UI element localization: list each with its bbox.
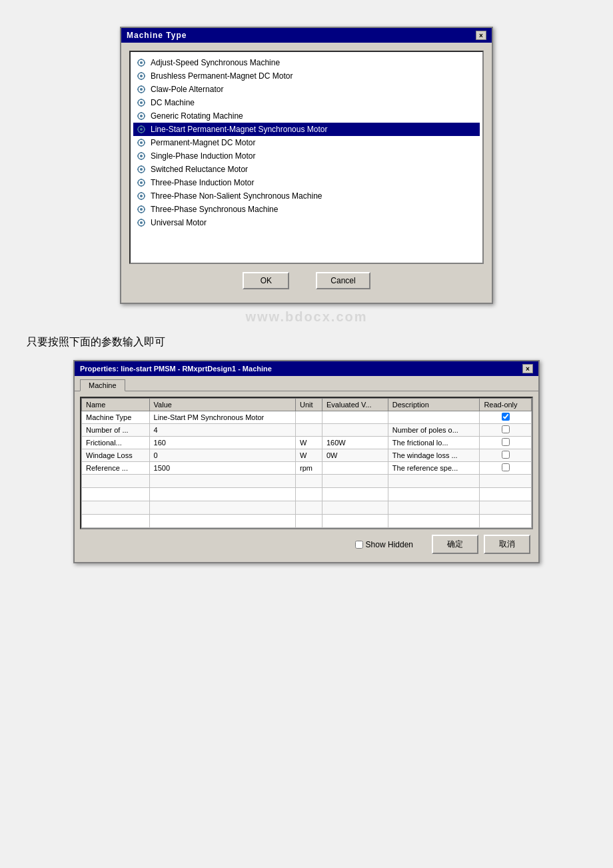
table-cell xyxy=(322,411,388,424)
machine-item-label: Switched Reluctance Motor xyxy=(151,165,248,174)
table-header-cell: Value xyxy=(149,399,295,411)
machine-list-item[interactable]: Three-Phase Induction Motor xyxy=(133,176,480,189)
table-cell: Windage Loss xyxy=(82,449,150,462)
table-row: Frictional...160W160WThe frictional lo..… xyxy=(82,437,532,449)
properties-footer: Show Hidden 确定 取消 xyxy=(80,529,533,557)
readonly-checkbox[interactable] xyxy=(502,463,510,471)
machine-item-icon xyxy=(136,217,147,228)
table-cell: Line-Start PM Synchronous Motor xyxy=(149,411,295,424)
show-hidden-area: Show Hidden xyxy=(355,540,413,549)
table-header-cell: Read-only xyxy=(480,399,532,411)
machine-item-icon xyxy=(136,111,147,121)
table-row: Windage Loss0W0WThe windage loss ... xyxy=(82,449,532,462)
svg-point-67 xyxy=(140,208,143,211)
table-empty-cell xyxy=(322,501,388,515)
machine-list-item[interactable]: DC Machine xyxy=(133,96,480,109)
table-empty-row xyxy=(82,515,532,528)
machine-list-item[interactable]: Adjust-Speed Synchronous Machine xyxy=(133,56,480,69)
machine-list-item[interactable]: Brushless Permanent-Magnet DC Motor xyxy=(133,69,480,83)
machine-item-label: Generic Rotating Machine xyxy=(151,111,243,121)
readonly-cell[interactable] xyxy=(480,437,532,449)
machine-item-icon xyxy=(136,57,147,68)
table-row: Reference ...1500rpmThe reference spe... xyxy=(82,462,532,475)
table-empty-cell xyxy=(480,501,532,515)
machine-type-title: Machine Type xyxy=(127,31,187,40)
table-empty-row xyxy=(82,488,532,501)
machine-list-item[interactable]: Switched Reluctance Motor xyxy=(133,163,480,176)
table-empty-cell xyxy=(149,515,295,528)
table-cell: The windage loss ... xyxy=(388,449,480,462)
table-cell: 0 xyxy=(149,449,295,462)
table-cell: 160 xyxy=(149,437,295,449)
machine-list-item[interactable]: Permanent-Magnet DC Motor xyxy=(133,136,480,149)
svg-point-55 xyxy=(140,181,143,184)
table-cell: 4 xyxy=(149,424,295,437)
tab-machine[interactable]: Machine xyxy=(80,379,125,391)
table-empty-cell xyxy=(480,515,532,528)
chinese-instruction-text: 只要按照下面的参数输入即可 xyxy=(13,330,600,355)
table-empty-cell xyxy=(82,515,150,528)
table-cell: W xyxy=(296,449,322,462)
svg-point-73 xyxy=(140,221,143,224)
table-cell: W xyxy=(296,437,322,449)
machine-list-item[interactable]: Three-Phase Non-Salient Synchronous Mach… xyxy=(133,189,480,203)
svg-point-19 xyxy=(140,101,143,104)
table-cell xyxy=(296,411,322,424)
readonly-cell[interactable] xyxy=(480,462,532,475)
readonly-cell[interactable] xyxy=(480,449,532,462)
readonly-cell[interactable] xyxy=(480,424,532,437)
readonly-checkbox[interactable] xyxy=(502,438,510,446)
machine-list-item[interactable]: Single-Phase Induction Motor xyxy=(133,149,480,163)
readonly-cell[interactable] xyxy=(480,411,532,424)
table-cell: Frictional... xyxy=(82,437,150,449)
machine-item-icon xyxy=(136,204,147,215)
table-cell: Number of ... xyxy=(82,424,150,437)
table-empty-cell xyxy=(388,488,480,501)
machine-item-label: Universal Motor xyxy=(151,218,207,227)
table-empty-cell xyxy=(149,501,295,515)
ok-button[interactable]: OK xyxy=(243,272,289,289)
machine-list-item[interactable]: Generic Rotating Machine xyxy=(133,109,480,123)
table-header-cell: Unit xyxy=(296,399,322,411)
table-cell xyxy=(388,411,480,424)
properties-close-button[interactable]: × xyxy=(522,364,533,373)
table-empty-cell xyxy=(149,475,295,488)
properties-dialog: Properties: line-start PMSM - RMxprtDesi… xyxy=(73,360,540,563)
svg-point-7 xyxy=(140,75,143,77)
table-empty-cell xyxy=(480,488,532,501)
table-empty-row xyxy=(82,475,532,488)
properties-title-bar: Properties: line-start PMSM - RMxprtDesi… xyxy=(75,361,538,376)
properties-cancel-button[interactable]: 取消 xyxy=(484,535,530,554)
machine-list-item[interactable]: Claw-Pole Alternator xyxy=(133,83,480,96)
machine-list: Adjust-Speed Synchronous Machine Brushle… xyxy=(129,51,484,264)
machine-type-footer: OK Cancel xyxy=(129,264,484,295)
tab-bar: Machine xyxy=(75,376,538,391)
properties-ok-button[interactable]: 确定 xyxy=(432,535,478,554)
machine-list-item[interactable]: Universal Motor xyxy=(133,216,480,229)
watermark: www.bdocx.com xyxy=(13,304,600,330)
table-empty-cell xyxy=(388,515,480,528)
svg-point-37 xyxy=(140,141,143,144)
machine-type-close-button[interactable]: × xyxy=(476,31,486,40)
table-header-cell: Name xyxy=(82,399,150,411)
machine-item-label: Single-Phase Induction Motor xyxy=(151,151,255,161)
table-cell: The frictional lo... xyxy=(388,437,480,449)
machine-item-icon xyxy=(136,84,147,95)
machine-list-item[interactable]: Line-Start Permanent-Magnet Synchronous … xyxy=(133,123,480,136)
show-hidden-checkbox[interactable] xyxy=(355,541,363,549)
machine-item-icon xyxy=(136,191,147,201)
properties-table-body: Machine TypeLine-Start PM Synchronous Mo… xyxy=(82,411,532,528)
table-header-row: NameValueUnitEvaluated V...DescriptionRe… xyxy=(82,399,532,411)
table-cell xyxy=(296,424,322,437)
machine-list-item[interactable]: Three-Phase Synchronous Machine xyxy=(133,203,480,216)
readonly-checkbox[interactable] xyxy=(502,413,510,421)
table-cell xyxy=(322,424,388,437)
properties-title: Properties: line-start PMSM - RMxprtDesi… xyxy=(80,365,272,373)
table-empty-cell xyxy=(82,501,150,515)
cancel-button[interactable]: Cancel xyxy=(316,272,370,289)
readonly-checkbox[interactable] xyxy=(502,451,510,459)
table-header-cell: Evaluated V... xyxy=(322,399,388,411)
readonly-checkbox[interactable] xyxy=(502,425,510,433)
svg-point-49 xyxy=(140,168,143,171)
table-row: Machine TypeLine-Start PM Synchronous Mo… xyxy=(82,411,532,424)
